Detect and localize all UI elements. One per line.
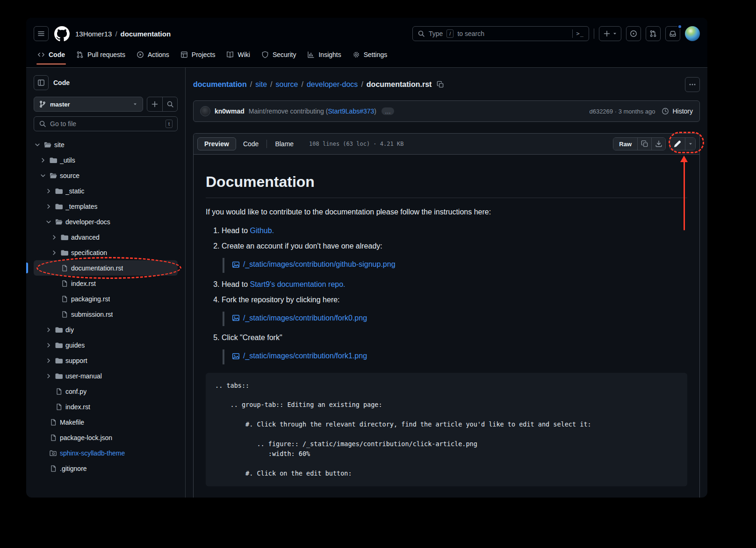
tree-item-packaging-rst[interactable]: packaging.rst [34,291,178,306]
create-new-button[interactable] [599,26,621,41]
image-link-github-signup[interactable]: /_static/images/contribution/github-sign… [232,259,396,270]
path-site-link[interactable]: site [255,80,267,89]
image-link-fork0[interactable]: /_static/images/contribution/fork0.png [232,313,367,324]
app-header: 13Homer13 / documentation Type / to sear… [26,18,707,68]
edit-dropdown-button[interactable] [685,138,695,150]
tree-item-index-rst[interactable]: index.rst [34,276,178,291]
go-to-file-field[interactable]: t [34,116,178,131]
tab-insights[interactable]: Insights [303,47,345,64]
raw-button[interactable]: Raw [613,138,637,150]
chevron-right-icon [39,157,47,164]
commit-message: Maint/remove contributing (Start9Labs#37… [249,107,376,115]
expand-commit-message-button[interactable]: … [382,107,394,115]
tab-blame[interactable]: Blame [268,137,301,150]
indent-spacer [45,403,52,411]
tree-item-specification[interactable]: specification [34,245,178,260]
indent-spacer [50,295,58,303]
path-repo-link[interactable]: documentation [193,80,247,89]
breadcrumb-repo[interactable]: documentation [121,30,171,38]
file-view: documentation / site / source / develope… [186,68,707,498]
tree-item-templates[interactable]: _templates [34,199,178,214]
tree-item-documentation-rst[interactable]: documentation.rst [34,260,178,276]
tree-item-gitignore[interactable]: .gitignore [34,461,178,476]
rendered-document: Documentation If you would like to contr… [194,155,699,498]
tree-item-user-manual[interactable]: user-manual [34,368,178,384]
tree-item-index-rst-source[interactable]: index.rst [34,399,178,414]
history-button[interactable]: History [662,107,693,115]
pencil-icon [674,140,681,148]
blockquote-image-1: /_static/images/contribution/github-sign… [223,258,687,273]
tree-item-package-lock-json[interactable]: package-lock.json [34,430,178,445]
image-link-fork1[interactable]: /_static/images/contribution/fork1.png [232,350,367,362]
issues-button[interactable] [626,26,641,41]
tree-item-advanced[interactable]: advanced [34,229,178,245]
global-search-input[interactable]: Type / to search >_ [412,26,589,41]
edit-file-button[interactable] [670,138,685,150]
path-source-link[interactable]: source [275,80,298,89]
search-tree-button[interactable] [162,97,177,111]
indent-spacer [45,388,52,395]
chevron-down-icon [132,101,138,107]
go-to-file-input[interactable] [50,120,162,128]
folder-open-icon [55,218,63,226]
tab-actions[interactable]: Actions [133,47,173,64]
breadcrumb-owner[interactable]: 13Homer13 [75,30,112,38]
document-title: Documentation [206,171,687,198]
chevron-right-icon [45,326,52,334]
chevron-down-icon [45,218,52,226]
copy-path-button[interactable] [437,81,444,88]
folder-icon [55,326,63,334]
tree-item-source[interactable]: source [34,168,178,183]
more-options-button[interactable] [685,77,700,92]
copy-file-button[interactable] [637,138,651,150]
folder-icon [55,357,63,364]
tree-item-makefile[interactable]: Makefile [34,414,178,430]
tree-item-submission-rst[interactable]: submission.rst [34,306,178,322]
document-intro: If you would like to contribute to the d… [206,206,687,218]
tree-toolbar [147,97,178,112]
list-item-4: Fork the repository by clicking here: /_… [222,294,687,327]
branch-selector[interactable]: master [34,97,143,112]
commit-author[interactable]: kn0wmad [215,107,245,115]
tab-preview[interactable]: Preview [197,137,236,150]
tab-projects[interactable]: Projects [177,47,219,64]
tab-code-view[interactable]: Code [236,137,266,150]
folder-open-icon [50,172,57,179]
unread-notification-dot [677,24,682,29]
github-link[interactable]: Github. [250,227,274,235]
tree-item-site[interactable]: site [34,137,178,152]
header-divider [594,28,594,39]
commit-pr-link[interactable]: Start9Labs#373 [328,107,374,115]
plus-icon [603,30,611,37]
tree-item-sphinx-scylladb-theme[interactable]: sphinx-scylladb-theme [34,445,178,461]
tab-wiki[interactable]: Wiki [223,47,253,64]
command-palette-icon[interactable]: >_ [576,30,584,37]
tree-item-guides[interactable]: guides [34,337,178,353]
user-avatar[interactable] [685,26,700,41]
add-file-button[interactable] [147,97,162,111]
download-button[interactable] [651,138,665,150]
github-logo[interactable] [54,26,70,42]
start9-docs-repo-link[interactable]: Start9's documentation repo. [250,280,345,288]
tab-settings[interactable]: Settings [349,47,391,64]
tree-item-static[interactable]: _static [34,183,178,199]
file-path-breadcrumb: documentation / site / source / develope… [193,80,444,89]
hamburger-menu-button[interactable] [34,26,49,41]
tree-item-diy[interactable]: diy [34,322,178,337]
tree-item-support[interactable]: support [34,353,178,368]
tree-item-developer-docs[interactable]: developer-docs [34,214,178,229]
tab-pull-requests[interactable]: Pull requests [72,47,129,64]
folder-icon [50,157,57,164]
tree-item-utils[interactable]: _utils [34,152,178,168]
pull-requests-button[interactable] [646,26,661,41]
file-meta: 108 lines (63 loc) · 4.21 KB [309,141,403,147]
tree-item-conf-py[interactable]: conf.py [34,384,178,399]
indent-spacer [50,311,58,318]
folder-open-icon [44,141,51,149]
indent-spacer [50,264,58,272]
tab-security[interactable]: Security [258,47,300,64]
collapse-sidebar-button[interactable] [34,75,49,90]
tab-code[interactable]: Code [34,47,69,64]
commit-author-avatar[interactable] [200,106,210,116]
path-developer-docs-link[interactable]: developer-docs [307,80,358,89]
